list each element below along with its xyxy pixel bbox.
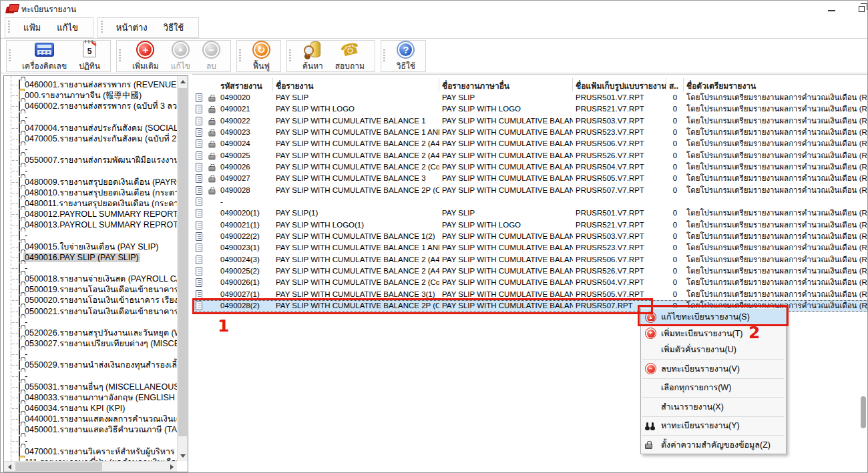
table-row-5[interactable]: 0490024PAY SLIP WITH CUMULATIVE BALANCE … bbox=[192, 138, 867, 149]
table-row-6[interactable]: 0490025PAY SLIP WITH CUMULATIVE BALANCE … bbox=[192, 150, 867, 161]
tree-item-14[interactable]: 0480013.PAYROLL SUMMARY REPROT (9"x11 bbox=[4, 219, 177, 230]
cell-report-alt-name: PAY SLIP WITH LOGO bbox=[439, 103, 573, 115]
scroll-left-arrow-icon[interactable] bbox=[4, 462, 15, 472]
cell-report-name: PAY SLIP bbox=[273, 92, 439, 103]
table-row-7[interactable]: 0490026PAY SLIP WITH CUMULATIVE BALANCE … bbox=[192, 161, 867, 173]
cell-report-code: 0490021(1) bbox=[218, 219, 273, 231]
table-row-13[interactable]: 0490022(2)PAY SLIP WITH CUMULATIVE BALAN… bbox=[192, 231, 867, 242]
document-icon bbox=[196, 163, 202, 171]
toolbar-button-search[interactable]: ค้นหา bbox=[296, 39, 329, 73]
cell-report-file: PRUSR523.V7.RPT bbox=[573, 127, 666, 138]
toolbar-button-refresh-circle[interactable]: ↻ฟื้นฟู bbox=[246, 39, 276, 73]
scroll-down-arrow-icon[interactable] bbox=[178, 450, 188, 461]
drag-handle-icon bbox=[289, 49, 291, 63]
calendar-icon: 5 bbox=[83, 41, 96, 57]
scroll-right-arrow-icon[interactable] bbox=[166, 462, 177, 472]
delete-circle-icon: − bbox=[645, 363, 656, 374]
context-menu-item-2[interactable]: +เพิ่มทะเบียนรายงาน(T) bbox=[641, 326, 786, 342]
toolbar-group-4: ค้นหา☎สอบถาม bbox=[286, 40, 375, 72]
context-menu-item-11[interactable]: หาทะเบียนรายงาน(Y) bbox=[641, 418, 786, 434]
scroll-up-arrow-icon[interactable] bbox=[178, 76, 188, 87]
menu-item-2-1[interactable]: หน้าต่าง bbox=[108, 19, 156, 37]
tree-item-6[interactable]: 0470005.รายงานส่งประกันสังคม (ฉบับที่ 2 … bbox=[4, 133, 177, 144]
context-menu-item-3[interactable]: เพิ่มตัวคั่นรายงาน(U) bbox=[641, 342, 786, 358]
menu-separator bbox=[642, 397, 785, 398]
menu-item-2-2[interactable]: วิธีใช้ bbox=[156, 19, 192, 37]
toolbar-button-calculator[interactable]: เครื่องคิดเลข bbox=[16, 39, 73, 73]
cell-report-code: 0490020(1) bbox=[218, 207, 273, 219]
tree-item-label: 0490016.PAY SLIP (PAY SLIP) bbox=[23, 253, 140, 262]
toolbar-button-help-circle[interactable]: ?วิธีใช้ bbox=[391, 39, 421, 73]
menu-item-1-2[interactable]: แก้ไข bbox=[49, 19, 86, 37]
phone-icon: ☎ bbox=[339, 39, 361, 59]
document-icon bbox=[196, 290, 202, 299]
toolbar-button-calendar[interactable]: 5ปฏิทิน bbox=[73, 39, 106, 73]
tree-item-16[interactable]: 0490015.ใบจ่ายเงินเดือน (PAY SLIP) bbox=[4, 242, 177, 252]
tree-horizontal-scrollbar[interactable] bbox=[4, 461, 177, 472]
calendar-day: 5 bbox=[87, 47, 92, 57]
context-menu-item-label: สำเนารายงาน(X) bbox=[661, 400, 724, 414]
table-row-4[interactable]: 0490023PAY SLIP WITH CUMULATIVE BALANCE … bbox=[192, 127, 867, 138]
toolbar-button-phone[interactable]: ☎สอบถาม bbox=[329, 39, 371, 73]
tree-item-label: 0480012.PAYROLL SUMMARY REPORT (PAYR bbox=[23, 209, 177, 219]
cell-report-name: PAY SLIP WITH CUMULATIVE BALANCE 2 (A4) … bbox=[273, 150, 439, 161]
tree-item-22[interactable]: 0500021.รายงานโอนเงินเดือนเข้าธนาคาร (ภา… bbox=[4, 306, 177, 317]
lock-icon bbox=[209, 166, 216, 171]
cell-report-alt-name: PAY SLIP WITH CUMULATIVE BALAN... bbox=[439, 231, 573, 242]
table-row-8[interactable]: 0490027PAY SLIP WITH CUMULATIVE BALANCE … bbox=[192, 173, 867, 184]
minimize-button[interactable] bbox=[817, 1, 847, 17]
tree-hscroll-thumb[interactable] bbox=[15, 462, 102, 471]
table-row-17[interactable]: 0490026(1)PAY SLIP WITH CUMULATIVE BALAN… bbox=[192, 277, 867, 288]
column-header-1 bbox=[192, 78, 206, 91]
cell-report-name: PAY SLIP WITH CUMULATIVE BALANCE 2 (A4) bbox=[273, 138, 439, 149]
lock-icon bbox=[209, 143, 216, 148]
context-menu-item-9[interactable]: สำเนารายงาน(X) bbox=[641, 399, 786, 416]
toolbar-button-delete-circle[interactable]: −ลบ bbox=[196, 39, 226, 73]
toolbar-button-edit-circle[interactable]: ▲แก้ไข bbox=[165, 39, 196, 73]
help-circle-icon: ? bbox=[397, 41, 415, 59]
table-row-2[interactable]: 0490021PAY SLIP WITH LOGOPAY SLIP WITH L… bbox=[192, 103, 867, 115]
table-row-12[interactable]: 0490021(1)PAY SLIP WITH LOGO(1)PAY SLIP … bbox=[192, 219, 867, 231]
context-menu-item-5[interactable]: −ลบทะเบียนรายงาน(V) bbox=[641, 361, 786, 378]
restore-button[interactable] bbox=[847, 1, 868, 17]
cell-report-alt-name: PAY SLIP WITH CUMULATIVE BALAN... bbox=[439, 173, 573, 184]
tree-vertical-scrollbar[interactable] bbox=[177, 76, 188, 461]
tree-item-17[interactable]: 0490016.PAY SLIP (PAY SLIP) bbox=[4, 252, 177, 263]
drag-handle-icon bbox=[119, 49, 121, 63]
context-menu-item-13[interactable]: ตั้งค่าความสำคัญของข้อมูล(Z) bbox=[641, 437, 786, 454]
column-header-4[interactable]: ชื่อรายงาน bbox=[273, 78, 439, 91]
tree-vscroll-thumb[interactable] bbox=[178, 88, 187, 436]
context-menu-item-7[interactable]: เลือกทุกรายการ(W) bbox=[641, 380, 786, 396]
toolbar-button-add-circle[interactable]: +เพิ่มเติม bbox=[126, 39, 165, 73]
cell-report-name: PAY SLIP WITH CUMULATIVE BALANCE 2 (A4) … bbox=[273, 266, 439, 277]
tree-item-label: 0530027.รายงานเปรียบเทียบต่างๆ (MISCELLA… bbox=[23, 337, 177, 350]
column-header-7[interactable]: ส.. bbox=[666, 78, 684, 91]
cell-report-preparer: โดยโปรแกรมเตรียมรายงานผลการคำนวณเงินเดือ… bbox=[684, 127, 867, 138]
table-row-9[interactable]: 0490028PAY SLIP WITH CUMULATIVE BALANCE … bbox=[192, 185, 867, 196]
cell-report-alt-name: PAY SLIP WITH CUMULATIVE BALAN... bbox=[439, 185, 573, 196]
table-row-1[interactable]: 0490020PAY SLIPPAY SLIPPRUSR501.V7.RPT0โ… bbox=[192, 92, 867, 103]
tree-item-25[interactable]: 0530027.รายงานเปรียบเทียบต่างๆ (MISCELLA… bbox=[4, 338, 177, 349]
cell-report-preparer: โดยโปรแกรมเตรียมรายงานผลการคำนวณเงินเดือ… bbox=[684, 242, 867, 254]
table-vscroll-thumb[interactable] bbox=[861, 396, 866, 428]
table-row-11[interactable]: 0490020(1)PAY SLIP(1)PAY SLIPPRUSR501.V7… bbox=[192, 207, 867, 219]
tree-item-33[interactable]: 0450001.รายงานแสดงวิธีคำนวณภาษี (TAX STE bbox=[4, 424, 177, 435]
cell-report-alt-name: PAY SLIP WITH CUMULATIVE BALAN... bbox=[439, 277, 573, 288]
table-row-3[interactable]: 0490022PAY SLIP WITH CUMULATIVE BALANCE … bbox=[192, 115, 867, 127]
table-row-14[interactable]: 0490023(1)PAY SLIP WITH CUMULATIVE BALAN… bbox=[192, 242, 867, 254]
tree-item-3[interactable]: 0460002.รายงานส่งสรรพากร (ฉบับที่ 3 ลว.1… bbox=[4, 101, 177, 111]
table-row-16[interactable]: 0490025(2)PAY SLIP WITH CUMULATIVE BALAN… bbox=[192, 266, 867, 277]
column-header-6[interactable]: ชื่อแฟ้มเก็บรูปแบบรายงาน bbox=[573, 78, 666, 91]
tree-item-8[interactable]: 0550007.รายงานส่งกรมพัฒนาฝีมือแรงงาน (DE… bbox=[4, 155, 177, 165]
report-registry-window: { "window": { "title": "ทะเบียนรายงาน" }… bbox=[0, 0, 868, 473]
column-header-5[interactable]: ชื่อรายงานภาษาอื่น bbox=[439, 78, 573, 91]
column-header-8[interactable]: ชื่อตัวเตรียมรายงาน bbox=[684, 78, 867, 91]
column-header-3[interactable]: รหัสรายงาน bbox=[218, 78, 273, 91]
menu-item-1-1[interactable]: แฟ้ม bbox=[15, 19, 49, 37]
table-row-10[interactable]: - bbox=[192, 196, 867, 207]
tree-item-13[interactable]: 0480012.PAYROLL SUMMARY REPORT (PAYR bbox=[4, 209, 177, 219]
document-icon bbox=[196, 221, 202, 229]
tree-item-27[interactable]: 0550029.รายงานนำส่งเงินกองทุนสำรองเลี้ยง… bbox=[4, 360, 177, 370]
tree-item-12[interactable]: 0480011.รายงานสรุปยอดเงินเดือน (กระดาษต่… bbox=[4, 198, 177, 209]
table-row-15[interactable]: 0490024(3)PAY SLIP WITH CUMULATIVE BALAN… bbox=[192, 254, 867, 266]
